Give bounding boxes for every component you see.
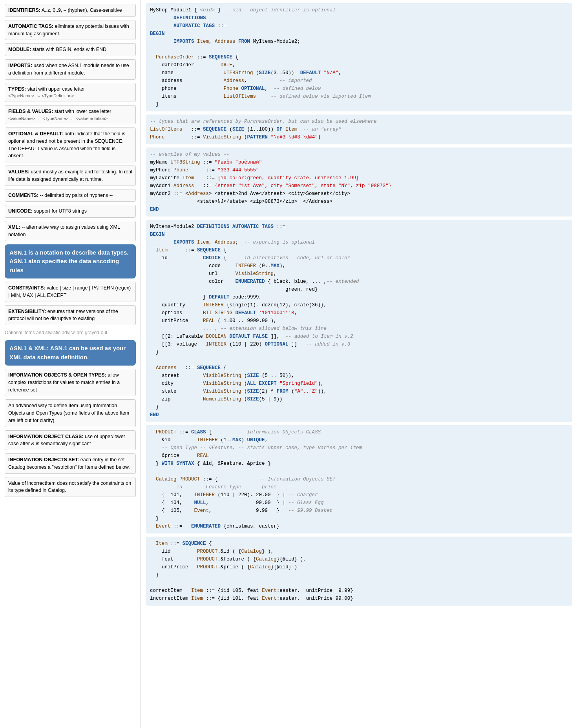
identifiers-item: IDENTIFIERS: A..z, 0..9, – (hyphen), Cas… bbox=[5, 4, 136, 17]
automatic-tags-term: AUTOMATIC TAGS: bbox=[8, 24, 53, 29]
xml-item: XML: -- alternative way to assign values… bbox=[5, 221, 136, 241]
fields-term: FIELDS & VALUES: bbox=[8, 109, 53, 114]
identifiers-term: IDENTIFIERS: bbox=[8, 7, 40, 13]
optional-term: OPTIONAL & DEFAULT: bbox=[8, 131, 63, 136]
left-panel: IDENTIFIERS: A..z, 0..9, – (hyphen), Cas… bbox=[0, 0, 141, 728]
identifiers-text: A..z, 0..9, – (hyphen), Case-sensitive bbox=[40, 7, 122, 13]
highlight-text-2: ASN.1 & XML: ASN.1 can be used as your X… bbox=[9, 345, 126, 360]
advanced-note-text: An advanced way to define Item using Inf… bbox=[8, 403, 129, 423]
code-block-5: PRODUCT ::= CLASS { -- Information Objec… bbox=[146, 425, 572, 533]
fields-text: start with lower case letter bbox=[53, 109, 111, 114]
code-block-4: MyItems-Module2 DEFINITIONS AUTOMATIC TA… bbox=[146, 220, 572, 422]
code-block-6: Item ::= SEQUENCE { iid PRODUCT.&id ( {C… bbox=[146, 537, 572, 606]
advanced-note: An advanced way to define Item using Inf… bbox=[5, 399, 136, 427]
highlight-box-2: ASN.1 & XML: ASN.1 can be used as your X… bbox=[5, 340, 136, 366]
xml-text: -- alternative way to assign values usin… bbox=[8, 224, 120, 237]
imports-term: IMPORTS: bbox=[8, 63, 32, 68]
code-block-3: -- examples of my values -- myName UTF8S… bbox=[146, 147, 572, 217]
gray-note-1: Optional items and stylistic advice are … bbox=[5, 328, 136, 337]
code-block-1: MyShop-Module1 { <oid> } -- oid - object… bbox=[146, 3, 572, 111]
comments-item: COMMENTS: -- delimited by pairs of hyphe… bbox=[5, 189, 136, 202]
constraints-term: CONSTRAINTS: bbox=[8, 285, 45, 291]
highlight-text-1: ASN.1 is a notation to describe data typ… bbox=[9, 249, 128, 273]
values-term: VALUES: bbox=[8, 169, 29, 175]
module-text: starts with BEGIN, ends with END bbox=[31, 47, 106, 52]
fields-item: FIELDS & VALUES: start with lower case l… bbox=[5, 105, 136, 124]
info-set-term: INFORMATION OBJECTS SET: bbox=[8, 457, 79, 462]
extensibility-term: EXTENSIBILITY: bbox=[8, 309, 46, 314]
optional-item: OPTIONAL & DEFAULT: both indicate that t… bbox=[5, 127, 136, 162]
code-block-2: -- types that are referenced by Purchase… bbox=[146, 115, 572, 144]
right-panel: MyShop-Module1 { <oid> } -- oid - object… bbox=[141, 0, 577, 728]
incorrect-note-text: Value of incorrectItem does not satisfy … bbox=[8, 480, 131, 493]
types-term: TYPES: bbox=[8, 86, 26, 92]
unicode-term: UNICODE: bbox=[8, 208, 33, 214]
highlight-box-1: ASN.1 is a notation to describe data typ… bbox=[5, 244, 136, 279]
automatic-tags-item: AUTOMATIC TAGS: eliminate any potential … bbox=[5, 20, 136, 40]
info-objects-item: INFORMATION OBJECTS & OPEN TYPES: allow … bbox=[5, 369, 136, 396]
types-text: start with upper case letter bbox=[26, 86, 85, 92]
comments-term: COMMENTS: bbox=[8, 193, 38, 198]
extensibility-item: EXTENSIBILITY: ensures that new versions… bbox=[5, 305, 136, 326]
module-item: MODULE: starts with BEGIN, ends with END bbox=[5, 43, 136, 56]
types-sub: <TypeName> ::= <TypeDefinition> bbox=[8, 93, 132, 99]
unicode-item: UNICODE: support for UTF8 strings bbox=[5, 205, 136, 218]
xml-term: XML: bbox=[8, 224, 20, 230]
types-item: TYPES: start with upper case letter <Typ… bbox=[5, 83, 136, 102]
incorrect-note: Value of incorrectItem does not satisfy … bbox=[5, 477, 136, 497]
constraints-item: CONSTRAINTS: value | size | range | PATT… bbox=[5, 282, 136, 302]
info-set-item: INFORMATION OBJECTS SET: each entry in t… bbox=[5, 453, 136, 474]
info-class-term: INFORMATION OBJECT CLASS: bbox=[8, 434, 83, 439]
info-objects-term: INFORMATION OBJECTS & OPEN TYPES: bbox=[8, 372, 106, 378]
fields-sub: <valueName> ::= <TypeName> ::= <value no… bbox=[8, 115, 132, 122]
values-item: VALUES: used mostly as example and for t… bbox=[5, 166, 136, 186]
module-term: MODULE: bbox=[8, 47, 31, 52]
info-class-item: INFORMATION OBJECT CLASS: use of upper/l… bbox=[5, 430, 136, 451]
unicode-text: support for UTF8 strings bbox=[33, 208, 87, 214]
imports-item: IMPORTS: used when one ASN.1 module need… bbox=[5, 59, 136, 80]
comments-text: -- delimited by pairs of hyphens -- bbox=[38, 193, 113, 198]
